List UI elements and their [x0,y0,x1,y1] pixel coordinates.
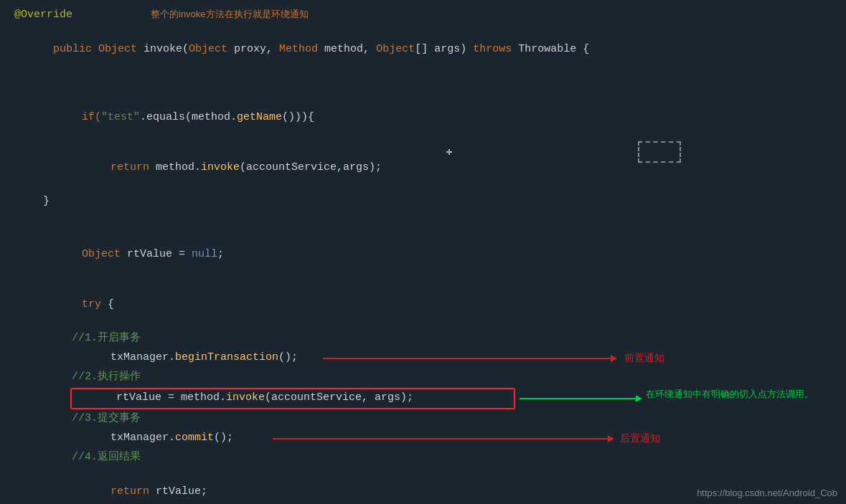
code-line-15: txManager.commit(); 后置通知 [0,429,846,449]
selection-indicator [638,141,681,163]
code-line-6: } [0,193,846,211]
before-arrow-head [611,355,617,362]
around-arrow-head [636,395,642,402]
code-line-8: Object rtValue = null; [0,230,846,280]
rtvalue-decl: Object rtValue = null; [0,231,224,280]
after-arrow-line [273,438,610,439]
code-line-5: return method.invoke(accountService,args… [0,143,846,193]
code-line-1: @Override 整个的invoke方法在执行就是环绕通知 [0,6,846,24]
code-line-11: txManager.beginTransaction(); 前置通知 [0,348,846,369]
close-if: } [0,194,50,210]
try-block: try { [0,280,114,329]
code-editor: @Override 整个的invoke方法在执行就是环绕通知 public Ob… [0,0,846,504]
before-arrow-line [323,358,614,359]
around-label: 在环绕通知中有明确的切入点方法调用。 [646,389,814,401]
code-line-2: public Object invoke(Object proxy, Metho… [0,24,846,75]
code-line-empty2 [0,211,846,230]
method-signature: public Object invoke(Object proxy, Metho… [0,25,589,74]
annotation-override: @Override [0,7,72,24]
code-line-4: if("test".equals(method.getName())){ [0,93,846,143]
code-line-16: //4.返回结果 [0,449,846,467]
code-line-empty1 [0,75,846,93]
after-arrow-head [608,435,614,442]
code-line-13: rtValue = method.invoke(accountService, … [0,387,846,410]
if-statement: if("test".equals(method.getName())){ [0,94,314,143]
return-invoke: return method.invoke(accountService,args… [0,143,382,192]
around-arrow-line [520,398,638,399]
cursor-icon: ✛ [446,146,452,158]
invoke-line: rtValue = method.invoke(accountService, … [0,374,413,423]
csdn-url: https://blog.csdn.net/Android_Cob [697,488,837,498]
top-comment: 整个的invoke方法在执行就是环绕通知 [151,8,309,21]
comment-4: //4.返回结果 [0,450,141,466]
code-line-17: return rtValue; [0,467,846,505]
return-rtvalue: return rtValue; [0,468,207,505]
code-line-9: try { [0,280,846,330]
before-label: 前置通知 [624,352,664,365]
after-label: 后置通知 [620,432,660,445]
